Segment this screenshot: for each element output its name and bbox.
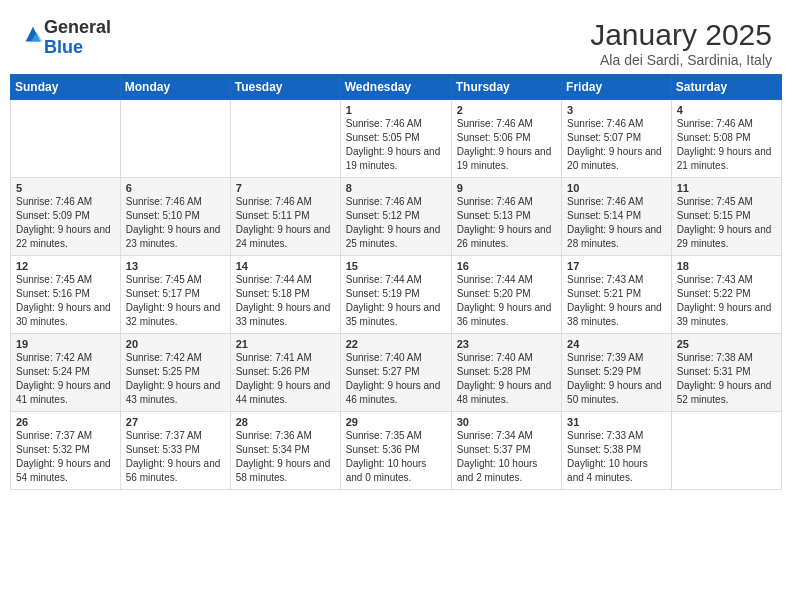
day-number: 18 <box>677 260 776 272</box>
calendar-cell: 10Sunrise: 7:46 AM Sunset: 5:14 PM Dayli… <box>562 178 672 256</box>
calendar-cell: 28Sunrise: 7:36 AM Sunset: 5:34 PM Dayli… <box>230 412 340 490</box>
day-number: 17 <box>567 260 666 272</box>
day-info: Sunrise: 7:44 AM Sunset: 5:19 PM Dayligh… <box>346 273 446 329</box>
calendar-cell: 26Sunrise: 7:37 AM Sunset: 5:32 PM Dayli… <box>11 412 121 490</box>
calendar-cell: 13Sunrise: 7:45 AM Sunset: 5:17 PM Dayli… <box>120 256 230 334</box>
day-number: 9 <box>457 182 556 194</box>
calendar-header-row: Sunday Monday Tuesday Wednesday Thursday… <box>11 75 782 100</box>
calendar-cell <box>11 100 121 178</box>
location-subtitle: Ala dei Sardi, Sardinia, Italy <box>590 52 772 68</box>
day-number: 24 <box>567 338 666 350</box>
day-number: 16 <box>457 260 556 272</box>
calendar-cell: 12Sunrise: 7:45 AM Sunset: 5:16 PM Dayli… <box>11 256 121 334</box>
calendar-cell: 30Sunrise: 7:34 AM Sunset: 5:37 PM Dayli… <box>451 412 561 490</box>
calendar-cell: 25Sunrise: 7:38 AM Sunset: 5:31 PM Dayli… <box>671 334 781 412</box>
day-info: Sunrise: 7:40 AM Sunset: 5:27 PM Dayligh… <box>346 351 446 407</box>
day-number: 13 <box>126 260 225 272</box>
calendar-cell: 18Sunrise: 7:43 AM Sunset: 5:22 PM Dayli… <box>671 256 781 334</box>
day-info: Sunrise: 7:34 AM Sunset: 5:37 PM Dayligh… <box>457 429 556 485</box>
calendar-cell <box>230 100 340 178</box>
day-number: 6 <box>126 182 225 194</box>
day-number: 8 <box>346 182 446 194</box>
calendar-cell: 2Sunrise: 7:46 AM Sunset: 5:06 PM Daylig… <box>451 100 561 178</box>
day-number: 3 <box>567 104 666 116</box>
day-info: Sunrise: 7:40 AM Sunset: 5:28 PM Dayligh… <box>457 351 556 407</box>
day-info: Sunrise: 7:45 AM Sunset: 5:15 PM Dayligh… <box>677 195 776 251</box>
calendar-week-row-4: 26Sunrise: 7:37 AM Sunset: 5:32 PM Dayli… <box>11 412 782 490</box>
calendar-cell: 22Sunrise: 7:40 AM Sunset: 5:27 PM Dayli… <box>340 334 451 412</box>
calendar-cell <box>120 100 230 178</box>
day-number: 14 <box>236 260 335 272</box>
day-number: 28 <box>236 416 335 428</box>
calendar-cell: 15Sunrise: 7:44 AM Sunset: 5:19 PM Dayli… <box>340 256 451 334</box>
day-number: 21 <box>236 338 335 350</box>
day-info: Sunrise: 7:43 AM Sunset: 5:22 PM Dayligh… <box>677 273 776 329</box>
calendar-cell: 4Sunrise: 7:46 AM Sunset: 5:08 PM Daylig… <box>671 100 781 178</box>
header-wednesday: Wednesday <box>340 75 451 100</box>
day-info: Sunrise: 7:45 AM Sunset: 5:16 PM Dayligh… <box>16 273 115 329</box>
day-number: 4 <box>677 104 776 116</box>
calendar-table: Sunday Monday Tuesday Wednesday Thursday… <box>10 74 782 490</box>
day-info: Sunrise: 7:36 AM Sunset: 5:34 PM Dayligh… <box>236 429 335 485</box>
day-info: Sunrise: 7:39 AM Sunset: 5:29 PM Dayligh… <box>567 351 666 407</box>
day-info: Sunrise: 7:46 AM Sunset: 5:05 PM Dayligh… <box>346 117 446 173</box>
day-info: Sunrise: 7:38 AM Sunset: 5:31 PM Dayligh… <box>677 351 776 407</box>
day-info: Sunrise: 7:44 AM Sunset: 5:18 PM Dayligh… <box>236 273 335 329</box>
calendar-week-row-0: 1Sunrise: 7:46 AM Sunset: 5:05 PM Daylig… <box>11 100 782 178</box>
calendar-cell: 20Sunrise: 7:42 AM Sunset: 5:25 PM Dayli… <box>120 334 230 412</box>
day-number: 12 <box>16 260 115 272</box>
calendar-cell: 21Sunrise: 7:41 AM Sunset: 5:26 PM Dayli… <box>230 334 340 412</box>
calendar-cell: 19Sunrise: 7:42 AM Sunset: 5:24 PM Dayli… <box>11 334 121 412</box>
day-number: 15 <box>346 260 446 272</box>
day-info: Sunrise: 7:37 AM Sunset: 5:32 PM Dayligh… <box>16 429 115 485</box>
day-info: Sunrise: 7:33 AM Sunset: 5:38 PM Dayligh… <box>567 429 666 485</box>
calendar-cell: 7Sunrise: 7:46 AM Sunset: 5:11 PM Daylig… <box>230 178 340 256</box>
calendar-cell <box>671 412 781 490</box>
day-info: Sunrise: 7:46 AM Sunset: 5:13 PM Dayligh… <box>457 195 556 251</box>
day-info: Sunrise: 7:45 AM Sunset: 5:17 PM Dayligh… <box>126 273 225 329</box>
logo: General Blue <box>20 18 111 58</box>
day-info: Sunrise: 7:46 AM Sunset: 5:14 PM Dayligh… <box>567 195 666 251</box>
logo-blue-text: Blue <box>44 37 83 57</box>
day-number: 11 <box>677 182 776 194</box>
calendar-cell: 24Sunrise: 7:39 AM Sunset: 5:29 PM Dayli… <box>562 334 672 412</box>
day-number: 10 <box>567 182 666 194</box>
day-info: Sunrise: 7:42 AM Sunset: 5:25 PM Dayligh… <box>126 351 225 407</box>
calendar-cell: 31Sunrise: 7:33 AM Sunset: 5:38 PM Dayli… <box>562 412 672 490</box>
header-tuesday: Tuesday <box>230 75 340 100</box>
day-number: 25 <box>677 338 776 350</box>
calendar-cell: 9Sunrise: 7:46 AM Sunset: 5:13 PM Daylig… <box>451 178 561 256</box>
day-info: Sunrise: 7:46 AM Sunset: 5:06 PM Dayligh… <box>457 117 556 173</box>
calendar-cell: 17Sunrise: 7:43 AM Sunset: 5:21 PM Dayli… <box>562 256 672 334</box>
logo-general-text: General <box>44 17 111 37</box>
day-number: 7 <box>236 182 335 194</box>
day-info: Sunrise: 7:41 AM Sunset: 5:26 PM Dayligh… <box>236 351 335 407</box>
header-monday: Monday <box>120 75 230 100</box>
calendar-cell: 11Sunrise: 7:45 AM Sunset: 5:15 PM Dayli… <box>671 178 781 256</box>
day-info: Sunrise: 7:35 AM Sunset: 5:36 PM Dayligh… <box>346 429 446 485</box>
day-number: 29 <box>346 416 446 428</box>
calendar-cell: 14Sunrise: 7:44 AM Sunset: 5:18 PM Dayli… <box>230 256 340 334</box>
day-info: Sunrise: 7:46 AM Sunset: 5:10 PM Dayligh… <box>126 195 225 251</box>
day-number: 20 <box>126 338 225 350</box>
header-friday: Friday <box>562 75 672 100</box>
day-info: Sunrise: 7:46 AM Sunset: 5:09 PM Dayligh… <box>16 195 115 251</box>
month-title: January 2025 <box>590 18 772 52</box>
calendar-cell: 3Sunrise: 7:46 AM Sunset: 5:07 PM Daylig… <box>562 100 672 178</box>
header-saturday: Saturday <box>671 75 781 100</box>
calendar-cell: 16Sunrise: 7:44 AM Sunset: 5:20 PM Dayli… <box>451 256 561 334</box>
calendar-cell: 23Sunrise: 7:40 AM Sunset: 5:28 PM Dayli… <box>451 334 561 412</box>
calendar-week-row-3: 19Sunrise: 7:42 AM Sunset: 5:24 PM Dayli… <box>11 334 782 412</box>
header-sunday: Sunday <box>11 75 121 100</box>
day-number: 26 <box>16 416 115 428</box>
calendar-cell: 27Sunrise: 7:37 AM Sunset: 5:33 PM Dayli… <box>120 412 230 490</box>
day-info: Sunrise: 7:46 AM Sunset: 5:11 PM Dayligh… <box>236 195 335 251</box>
day-info: Sunrise: 7:42 AM Sunset: 5:24 PM Dayligh… <box>16 351 115 407</box>
day-info: Sunrise: 7:44 AM Sunset: 5:20 PM Dayligh… <box>457 273 556 329</box>
logo-icon <box>22 25 44 47</box>
page-header: General Blue January 2025 Ala dei Sardi,… <box>10 10 782 74</box>
day-number: 27 <box>126 416 225 428</box>
calendar-cell: 5Sunrise: 7:46 AM Sunset: 5:09 PM Daylig… <box>11 178 121 256</box>
day-info: Sunrise: 7:46 AM Sunset: 5:08 PM Dayligh… <box>677 117 776 173</box>
day-info: Sunrise: 7:46 AM Sunset: 5:12 PM Dayligh… <box>346 195 446 251</box>
